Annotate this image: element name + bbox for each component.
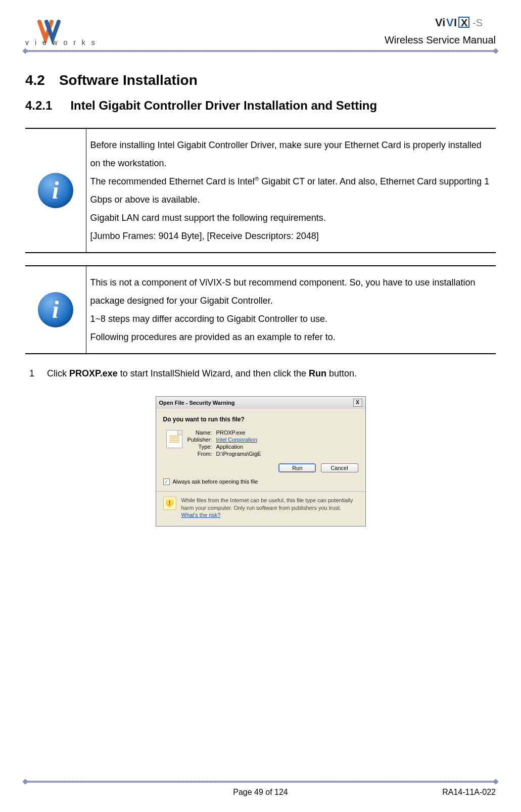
dialog-warning: ! While files from the Internet can be u… bbox=[163, 497, 358, 519]
info-text: Before installing Intel Gigabit Controll… bbox=[86, 129, 496, 253]
svg-text:V: V bbox=[446, 16, 454, 29]
risk-link[interactable]: What's the risk? bbox=[181, 512, 221, 518]
section-number: 4.2 bbox=[25, 72, 45, 88]
shield-icon: ! bbox=[163, 497, 176, 510]
step-number: 1 bbox=[29, 366, 44, 381]
page-number: Page 49 of 124 bbox=[25, 788, 496, 797]
security-dialog: Open File - Security Warning X Do you wa… bbox=[156, 396, 366, 527]
vieworks-logo: v i e w o r k s bbox=[25, 19, 101, 46]
info-paragraph: The recommended Ethernet Card is Intel® … bbox=[90, 172, 492, 209]
header-divider bbox=[25, 50, 496, 52]
dialog-titlebar: Open File - Security Warning X bbox=[156, 397, 365, 409]
cancel-button[interactable]: Cancel bbox=[321, 463, 358, 472]
dialog-question: Do you want to run this file? bbox=[163, 416, 358, 423]
checkbox-label: Always ask before opening this file bbox=[173, 479, 258, 485]
section-title: Software Installation bbox=[59, 72, 198, 88]
warning-text: While files from the Internet can be use… bbox=[181, 497, 353, 511]
info-icon: i bbox=[38, 173, 73, 208]
field-label: From: bbox=[185, 450, 214, 457]
field-value: PROXP.exe bbox=[214, 429, 263, 436]
field-label: Publisher: bbox=[185, 436, 214, 443]
svg-text:Vi: Vi bbox=[435, 16, 445, 29]
dialog-fields: Name:PROXP.exe Publisher:Intel Corporati… bbox=[185, 429, 358, 457]
info-paragraph: This is not a component of ViVIX-S but r… bbox=[90, 273, 492, 310]
page-footer: Page 49 of 124 RA14-11A-022 bbox=[25, 781, 496, 797]
info-paragraph: 1~8 steps may differ according to Gigabi… bbox=[90, 310, 492, 328]
subsection-title: Intel Gigabit Controller Driver Installa… bbox=[70, 99, 377, 113]
field-value: Application bbox=[214, 443, 263, 450]
field-value: D:\Programs\GigE bbox=[214, 450, 263, 457]
run-button[interactable]: Run bbox=[278, 463, 316, 472]
svg-text:-S: -S bbox=[472, 17, 483, 28]
product-logo: Vi V I X -S bbox=[385, 15, 496, 32]
info-box: i Before installing Intel Gigabit Contro… bbox=[25, 128, 496, 253]
info-text: This is not a component of ViVIX-S but r… bbox=[86, 266, 496, 354]
info-icon: i bbox=[38, 292, 73, 327]
svg-text:I: I bbox=[454, 16, 457, 29]
heading-minor: 4.2.1 Intel Gigabit Controller Driver In… bbox=[25, 99, 496, 113]
heading-major: 4.2 Software Installation bbox=[25, 72, 496, 88]
svg-text:X: X bbox=[461, 17, 468, 28]
always-ask-checkbox[interactable]: ✓ bbox=[163, 479, 170, 485]
dialog-title: Open File - Security Warning bbox=[159, 400, 235, 406]
header-right: Vi V I X -S Wireless Service Manual bbox=[385, 15, 496, 46]
step-text: 1 Click PROXP.exe to start InstallShield… bbox=[25, 366, 496, 381]
subsection-number: 4.2.1 bbox=[25, 99, 52, 113]
brand-text: v i e w o r k s bbox=[25, 38, 97, 46]
field-label: Type: bbox=[185, 443, 214, 450]
info-paragraph: Following procedures are provided as an … bbox=[90, 328, 492, 346]
info-paragraph: [Jumbo Frames: 9014 Byte], [Receive Desc… bbox=[90, 227, 492, 245]
page-header: v i e w o r k s Vi V I X -S Wireless Ser… bbox=[25, 15, 496, 50]
close-button[interactable]: X bbox=[353, 399, 362, 407]
info-paragraph: Before installing Intel Gigabit Controll… bbox=[90, 136, 492, 172]
footer-divider bbox=[25, 781, 496, 783]
publisher-link[interactable]: Intel Corporation bbox=[216, 437, 257, 443]
manual-title: Wireless Service Manual bbox=[385, 34, 496, 46]
info-box: i This is not a component of ViVIX-S but… bbox=[25, 265, 496, 354]
file-icon bbox=[163, 429, 185, 457]
info-paragraph: Gigabit LAN card must support the follow… bbox=[90, 209, 492, 227]
field-label: Name: bbox=[185, 429, 214, 436]
